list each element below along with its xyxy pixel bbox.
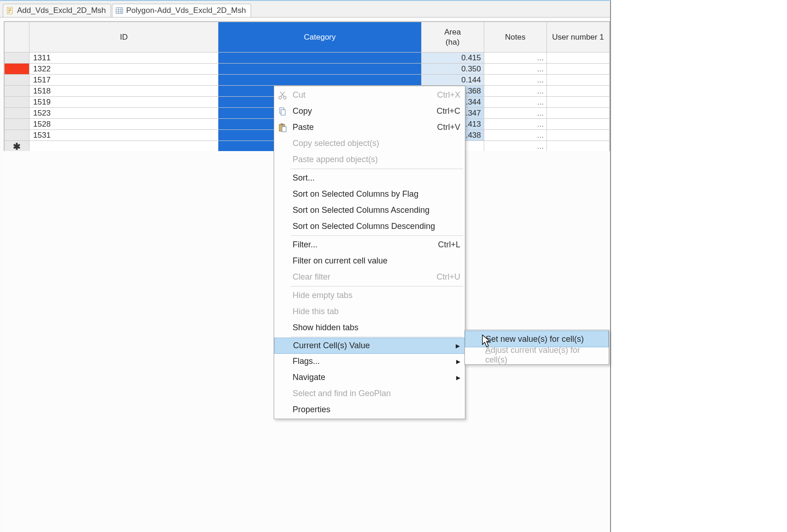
svg-rect-4 (116, 8, 123, 14)
cell-id[interactable]: 1311 (29, 53, 218, 64)
cell-notes[interactable]: ... (484, 119, 546, 130)
cell-usernum1[interactable] (546, 75, 609, 86)
cell-id[interactable]: 1528 (29, 119, 218, 130)
menu-label: Hide this tab (293, 307, 339, 316)
header-id[interactable]: ID (29, 22, 218, 53)
cell-category[interactable] (218, 64, 421, 75)
header-row: ID Category Area (ha) Notes User number … (5, 22, 610, 53)
cell-notes[interactable]: ... (484, 53, 546, 64)
row-selector[interactable] (5, 86, 29, 97)
menu-filter-current-cell[interactable]: Filter on current cell value (274, 253, 465, 269)
menu-filter[interactable]: Filter...Ctrl+L (274, 237, 465, 253)
cell-area[interactable]: 0.350 (421, 64, 484, 75)
menu-shortcut: Ctrl+X (437, 90, 460, 100)
paste-icon (278, 123, 287, 132)
svg-rect-2 (8, 10, 12, 11)
menu-shortcut: Ctrl+V (437, 123, 460, 132)
menu-separator (291, 235, 463, 236)
menu-clear-filter: Clear filterCtrl+U (274, 269, 465, 285)
header-rowselector[interactable] (5, 22, 29, 53)
menu-label: Sort... (293, 173, 315, 183)
menu-navigate[interactable]: Navigate (274, 369, 465, 386)
row-selector[interactable] (5, 97, 29, 108)
cell-usernum1[interactable] (546, 64, 609, 75)
cell-usernum1[interactable] (546, 108, 609, 119)
cell-notes[interactable]: ... (484, 64, 546, 75)
menu-label: Flags... (293, 357, 320, 366)
svg-rect-3 (8, 12, 11, 13)
row-selector[interactable] (5, 130, 29, 141)
svg-rect-1 (8, 9, 12, 10)
menu-copy[interactable]: Copy Ctrl+C (274, 103, 465, 119)
menu-sort-ascending[interactable]: Sort on Selected Columns Ascending (274, 202, 465, 218)
menu-label: Navigate (293, 373, 325, 382)
menu-flags[interactable]: Flags... (274, 353, 465, 369)
cell-usernum1[interactable] (546, 86, 609, 97)
menu-sort[interactable]: Sort... (274, 170, 465, 186)
outside-area (611, 0, 787, 532)
cell-id[interactable]: 1519 (29, 97, 218, 108)
cell-notes[interactable]: ... (484, 141, 546, 152)
cell-area[interactable]: 0.415 (421, 53, 484, 64)
tab-add-vds[interactable]: Add_Vds_Excld_2D_Msh (3, 4, 111, 17)
row-selector[interactable] (5, 64, 29, 75)
submenu-set-new-values[interactable]: Set new value(s) for cell(s) (465, 331, 609, 347)
cell-notes[interactable]: ... (484, 130, 546, 141)
cell-area[interactable]: 0.144 (421, 75, 484, 86)
menu-show-hidden-tabs[interactable]: Show hidden tabs (274, 320, 465, 336)
row-selector[interactable] (5, 119, 29, 130)
tab-polygon-add-vds[interactable]: Polygon-Add_Vds_Excld_2D_Msh (112, 4, 251, 17)
row-selector[interactable] (5, 53, 29, 64)
table-row[interactable]: 15170.144... (5, 75, 610, 86)
svg-rect-17 (282, 127, 286, 132)
table-row[interactable]: 13220.350... (5, 64, 610, 75)
header-notes[interactable]: Notes (484, 22, 546, 53)
context-menu: Cut Ctrl+X Copy Ctrl+C Paste Ctrl+V Copy… (274, 86, 465, 419)
menu-label: Set new value(s) for cell(s) (486, 334, 584, 344)
menu-hide-empty-tabs: Hide empty tabs (274, 287, 465, 304)
cell-usernum1[interactable] (546, 119, 609, 130)
menu-sort-descending[interactable]: Sort on Selected Columns Descending (274, 218, 465, 234)
header-category[interactable]: Category (218, 22, 421, 53)
menu-current-cells-value[interactable]: Current Cell(s) Value (274, 338, 465, 354)
menu-properties[interactable]: Properties (274, 402, 465, 418)
menu-label: Filter... (293, 240, 317, 250)
menu-label: Hide empty tabs (293, 291, 352, 300)
tab-label: Add_Vds_Excld_2D_Msh (17, 6, 106, 15)
menu-copy-selected-objects: Copy selected object(s) (274, 135, 465, 152)
cell-usernum1[interactable] (546, 141, 609, 152)
cell-notes[interactable]: ... (484, 86, 546, 97)
row-selector[interactable] (5, 108, 29, 119)
cell-id[interactable]: 1523 (29, 108, 218, 119)
table-row[interactable]: 13110.415... (5, 53, 610, 64)
menu-shortcut: Ctrl+L (438, 240, 460, 250)
header-area[interactable]: Area (ha) (421, 22, 484, 53)
menu-shortcut: Ctrl+C (436, 106, 460, 116)
menu-cut: Cut Ctrl+X (274, 87, 465, 103)
menu-paste[interactable]: Paste Ctrl+V (274, 119, 465, 135)
cell-id[interactable]: 1517 (29, 75, 218, 86)
cell-id[interactable]: 1322 (29, 64, 218, 75)
cell-notes[interactable]: ... (484, 108, 546, 119)
menu-sort-by-flag[interactable]: Sort on Selected Columns by Flag (274, 186, 465, 202)
menu-paste-append-objects: Paste append object(s) (274, 152, 465, 168)
new-row-marker[interactable]: ✱ (5, 141, 29, 152)
submenu-adjust-current-values: Adjust current value(s) for cell(s) (465, 347, 609, 363)
cell-notes[interactable]: ... (484, 97, 546, 108)
svg-rect-14 (281, 110, 285, 115)
svg-line-12 (280, 92, 284, 97)
cell-usernum1[interactable] (546, 130, 609, 141)
asterisk-icon: ✱ (13, 141, 21, 152)
cell-usernum1[interactable] (546, 97, 609, 108)
cell-id[interactable] (29, 141, 218, 152)
cut-icon (278, 91, 287, 100)
cell-usernum1[interactable] (546, 53, 609, 64)
row-selector[interactable] (5, 75, 29, 86)
cell-category[interactable] (218, 53, 421, 64)
cell-category[interactable] (218, 75, 421, 86)
cell-id[interactable]: 1518 (29, 86, 218, 97)
header-usernum1[interactable]: User number 1 (546, 22, 609, 53)
cell-id[interactable]: 1531 (29, 130, 218, 141)
cell-notes[interactable]: ... (484, 75, 546, 86)
menu-select-find-geoplan: Select and find in GeoPlan (274, 386, 465, 402)
